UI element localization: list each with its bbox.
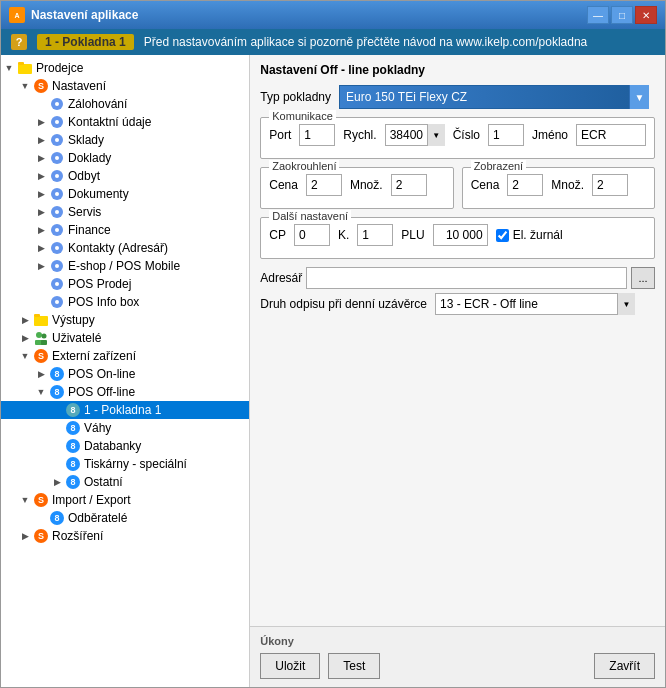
- sidebar-label: Zálohování: [68, 97, 127, 111]
- sidebar-item-pokladna-1[interactable]: 8 1 - Pokladna 1: [1, 401, 249, 419]
- sidebar-item-import-export[interactable]: ▼ S Import / Export: [1, 491, 249, 509]
- cislo-input[interactable]: [488, 124, 524, 146]
- sidebar-item-vahy[interactable]: 8 Váhy: [1, 419, 249, 437]
- sidebar-item-eshop[interactable]: ▶ E-shop / POS Mobile: [1, 257, 249, 275]
- zob-mnoz-input[interactable]: [592, 174, 628, 196]
- gear-icon: [49, 132, 65, 148]
- svg-point-31: [42, 334, 47, 339]
- sidebar-item-odberatele[interactable]: 8 Odběratelé: [1, 509, 249, 527]
- sidebar-label: Import / Export: [52, 493, 131, 507]
- rychl-dropdown-button[interactable]: ▼: [427, 124, 445, 146]
- zob-cena-input[interactable]: [507, 174, 543, 196]
- sidebar-item-pos-online[interactable]: ▶ 8 POS On-line: [1, 365, 249, 383]
- sidebar-item-rozsireni[interactable]: ▶ S Rozšíření: [1, 527, 249, 545]
- sidebar-item-kontakty[interactable]: ▶ Kontakty (Adresář): [1, 239, 249, 257]
- test-button[interactable]: Test: [328, 653, 380, 679]
- el-zurnal-checkbox[interactable]: [496, 229, 509, 242]
- port-input[interactable]: [299, 124, 335, 146]
- sidebar-item-ostatni[interactable]: ▶ 8 Ostatní: [1, 473, 249, 491]
- sidebar-label: POS Off-line: [68, 385, 135, 399]
- adrestar-browse-button[interactable]: ...: [631, 267, 655, 289]
- sidebar: ▼ Prodejce ▼ S Nastavení Zálohování: [1, 55, 250, 687]
- sidebar-item-servis[interactable]: ▶ Servis: [1, 203, 249, 221]
- k-input[interactable]: [357, 224, 393, 246]
- sidebar-item-pos-prodej[interactable]: POS Prodej: [1, 275, 249, 293]
- s-icon: S: [33, 492, 49, 508]
- svg-rect-3: [18, 62, 24, 65]
- expand-icon: ▶: [33, 222, 49, 238]
- svg-point-9: [55, 138, 59, 142]
- jmeno-input[interactable]: [576, 124, 646, 146]
- zaok-cena-input[interactable]: [306, 174, 342, 196]
- type-dropdown-button[interactable]: ▼: [629, 85, 649, 109]
- gear-icon: [49, 168, 65, 184]
- sidebar-item-dokumenty[interactable]: ▶ Dokumenty: [1, 185, 249, 203]
- adrestar-row: Adresář ...: [260, 267, 655, 289]
- sidebar-item-externi-zarizeni[interactable]: ▼ S Externí zařízení: [1, 347, 249, 365]
- gear-icon: [49, 276, 65, 292]
- sidebar-item-vystupy[interactable]: ▶ Výstupy: [1, 311, 249, 329]
- sidebar-item-pos-offline[interactable]: ▼ 8 POS Off-line: [1, 383, 249, 401]
- close-button[interactable]: Zavřít: [594, 653, 655, 679]
- gear-icon: [49, 150, 65, 166]
- cislo-label: Číslo: [453, 128, 480, 142]
- circle-blue-icon: 8: [65, 438, 81, 454]
- expand-icon: ▼: [17, 492, 33, 508]
- info-bar: ? 1 - Pokladna 1 Před nastavováním aplik…: [1, 29, 665, 55]
- expand-icon: [49, 438, 65, 454]
- expand-icon: ▶: [33, 132, 49, 148]
- port-label: Port: [269, 128, 291, 142]
- maximize-button[interactable]: □: [611, 6, 633, 24]
- sidebar-label: Uživatelé: [52, 331, 101, 345]
- sidebar-label: Sklady: [68, 133, 104, 147]
- adrestar-input[interactable]: [306, 267, 627, 289]
- gear-icon: [49, 204, 65, 220]
- folder-icon: [17, 60, 33, 76]
- sidebar-label: Servis: [68, 205, 101, 219]
- close-window-button[interactable]: ✕: [635, 6, 657, 24]
- zaok-mnoz-input[interactable]: [391, 174, 427, 196]
- druh-odpisu-dropdown-button[interactable]: ▼: [617, 293, 635, 315]
- circle-blue-icon: 8: [49, 384, 65, 400]
- sidebar-label: Odběratelé: [68, 511, 127, 525]
- zobrazeni-label: Zobrazení: [471, 160, 527, 172]
- sidebar-item-finance[interactable]: ▶ Finance: [1, 221, 249, 239]
- sidebar-item-kontaktni-udaje[interactable]: ▶ Kontaktní údaje: [1, 113, 249, 131]
- sidebar-item-doklady[interactable]: ▶ Doklady: [1, 149, 249, 167]
- svg-rect-29: [34, 314, 40, 317]
- expand-icon: ▶: [33, 168, 49, 184]
- druh-odpisu-input[interactable]: [435, 293, 635, 315]
- expand-icon: [49, 420, 65, 436]
- type-label: Typ pokladny: [260, 90, 331, 104]
- sidebar-item-sklady[interactable]: ▶ Sklady: [1, 131, 249, 149]
- minimize-button[interactable]: —: [587, 6, 609, 24]
- people-icon: [33, 330, 49, 346]
- svg-point-5: [55, 102, 59, 106]
- sidebar-label: Dokumenty: [68, 187, 129, 201]
- sidebar-item-odbyt[interactable]: ▶ Odbyt: [1, 167, 249, 185]
- sidebar-item-uzivatele[interactable]: ▶ Uživatelé: [1, 329, 249, 347]
- type-row: Typ pokladny Euro 150 TEi Flexy CZ ▼: [260, 85, 655, 109]
- expand-icon: ▶: [33, 258, 49, 274]
- sidebar-item-zalovani[interactable]: Zálohování: [1, 95, 249, 113]
- save-button[interactable]: Uložit: [260, 653, 320, 679]
- sidebar-item-pos-info-box[interactable]: POS Info box: [1, 293, 249, 311]
- sidebar-label: E-shop / POS Mobile: [68, 259, 180, 273]
- zaok-cena-label: Cena: [269, 178, 298, 192]
- expand-icon: ▶: [33, 240, 49, 256]
- sidebar-label: Výstupy: [52, 313, 95, 327]
- sidebar-item-nastaveni[interactable]: ▼ S Nastavení: [1, 77, 249, 95]
- plu-input[interactable]: [433, 224, 488, 246]
- cp-input[interactable]: [294, 224, 330, 246]
- zaokrouhleni-row: Cena Množ.: [269, 174, 444, 196]
- svg-point-25: [55, 282, 59, 286]
- sidebar-item-databanky[interactable]: 8 Databanky: [1, 437, 249, 455]
- el-zurnal-wrap: El. žurnál: [496, 228, 563, 242]
- dalsi-nastaveni-label: Další nastavení: [269, 210, 351, 222]
- gear-icon: [49, 222, 65, 238]
- help-button[interactable]: ?: [11, 34, 27, 50]
- sidebar-item-prodejce[interactable]: ▼ Prodejce: [1, 59, 249, 77]
- druh-odpisu-row: Druh odpisu při denní uzávěrce ▼: [260, 293, 655, 315]
- sidebar-item-tiskarny[interactable]: 8 Tiskárny - speciální: [1, 455, 249, 473]
- sidebar-label: Odbyt: [68, 169, 100, 183]
